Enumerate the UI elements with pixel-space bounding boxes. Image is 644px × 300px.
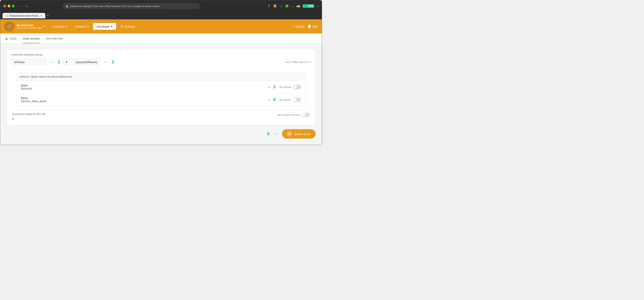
sudo-tab-label: Sudo bbox=[10, 37, 16, 40]
field2-value-content: transfer_allow_death bbox=[21, 100, 46, 103]
see-link[interactable]: See [`Pallet::pause`]. ▾ bbox=[285, 61, 311, 64]
back-button[interactable]: ‹ bbox=[19, 4, 20, 8]
tab-close-icon[interactable]: × bbox=[40, 14, 42, 17]
nav-menu: Accounts ▾ Network ▾ Developer ▾ ⚙ Setti… bbox=[49, 23, 292, 30]
submit-section: submit the following change txPause ← 1 … bbox=[7, 49, 315, 70]
num1-label: 1 bbox=[58, 59, 60, 65]
accounts-chevron-icon: ▾ bbox=[66, 25, 68, 28]
collapse-icon[interactable]: ⌄ bbox=[318, 14, 320, 17]
tab-bar: ⬡ Polkadot/Substrate Portal × + ⌄ bbox=[0, 12, 322, 19]
tab-sudo-access[interactable]: Sudo access bbox=[23, 33, 40, 43]
nav-settings[interactable]: ⚙ Settings bbox=[117, 23, 138, 30]
chain-name: My Appchain bbox=[16, 24, 42, 27]
warning-icon: ⚠ bbox=[280, 4, 282, 8]
weight-override-label: with weight override bbox=[277, 113, 300, 116]
nested-params-wrapper: fullName: (Bytes, Bytes) (RuntimeCallNam… bbox=[7, 73, 315, 125]
nested-section: fullName: (Bytes, Bytes) (RuntimeCallNam… bbox=[16, 73, 306, 106]
submit-btn-label: Submit Sudo bbox=[294, 132, 311, 136]
app-header: 🔗 My Appchain frontier-template/600 #340… bbox=[0, 19, 322, 33]
wallet-icon[interactable]: 💳 bbox=[296, 4, 300, 8]
weight-section: unchecked weight for this call 0 with we… bbox=[11, 109, 311, 121]
github-icon: ⑂ bbox=[292, 25, 294, 28]
reload-button[interactable]: ↻ bbox=[25, 4, 28, 8]
wiki-link[interactable]: 📄 Wiki bbox=[308, 25, 318, 28]
field2-row: Bytes transfer_allow_death ← 4 file uplo… bbox=[16, 93, 306, 106]
tab-favicon: ⬡ bbox=[6, 14, 8, 17]
file-upload2-area: file upload bbox=[280, 97, 301, 102]
github-label: GitHub bbox=[295, 25, 304, 28]
field1-value-text: Balances bbox=[21, 87, 32, 90]
field2-info: Bytes transfer_allow_death bbox=[21, 97, 267, 103]
file-upload1-label: file upload bbox=[280, 86, 291, 89]
field1-row: Bytes Balances ← 3 file upload bbox=[16, 81, 306, 93]
field1-value[interactable]: Balances bbox=[21, 87, 267, 90]
pallet-value: txPause bbox=[14, 60, 25, 64]
network-chevron-icon: ▾ bbox=[87, 25, 89, 28]
menu-icon[interactable]: ≡ bbox=[316, 4, 319, 8]
chain-dropdown-icon[interactable]: ▾ bbox=[43, 25, 44, 28]
page-content: 🔒 Sudo Sudo access Set sudo key submit t… bbox=[0, 33, 322, 145]
tab-title: Polkadot/Substrate Portal bbox=[9, 14, 38, 17]
fullname-label: fullName: (Bytes, Bytes) (RuntimeCallNam… bbox=[19, 75, 72, 78]
minimize-button[interactable] bbox=[8, 5, 10, 8]
share-icon[interactable]: ⬆ bbox=[268, 4, 270, 8]
active-tab[interactable]: ⬡ Polkadot/Substrate Portal × bbox=[2, 13, 45, 18]
set-sudo-key-tab-label: Set sudo key bbox=[46, 37, 63, 40]
address-bar[interactable]: 🔒 polkadot.js.org/apps/?rpc=wss://fraa-f… bbox=[63, 3, 200, 9]
developer-label: Developer bbox=[96, 25, 110, 28]
arrow4-icon: ← bbox=[267, 97, 272, 102]
weight-value: 0 bbox=[12, 117, 45, 120]
github-link[interactable]: ⑂ GitHub bbox=[292, 25, 304, 28]
file-upload2-label: file upload bbox=[280, 98, 291, 101]
pallet-dropdown-chevron[interactable]: ▾ bbox=[63, 58, 70, 65]
nested-header: fullName: (Bytes, Bytes) (RuntimeCallNam… bbox=[16, 73, 306, 81]
footer-row: 5 → ➤ Submit Sudo bbox=[6, 125, 316, 139]
arrow3-icon: ← bbox=[267, 84, 272, 90]
maximize-button[interactable] bbox=[12, 5, 15, 8]
submit-icon: ➤ bbox=[287, 131, 292, 137]
file-upload2-toggle[interactable] bbox=[293, 97, 301, 102]
developer-chevron-icon: ▾ bbox=[111, 25, 112, 28]
extensions-icon[interactable]: 🧩 bbox=[285, 4, 289, 8]
see-link-chevron-icon: ▾ bbox=[309, 61, 311, 64]
accounts-label: Accounts bbox=[53, 25, 65, 28]
arrow5-icon: → bbox=[273, 131, 277, 137]
sudo-access-tab-label: Sudo access bbox=[23, 37, 40, 40]
page-tabs: 🔒 Sudo Sudo access Set sudo key bbox=[0, 33, 322, 44]
tab-sudo[interactable]: 🔒 Sudo bbox=[5, 33, 16, 43]
new-tab-button[interactable]: + bbox=[47, 14, 49, 18]
sidebar-icon[interactable]: ▭ bbox=[291, 4, 294, 8]
nav-accounts[interactable]: Accounts ▾ bbox=[49, 23, 71, 30]
nav-right: ⑂ GitHub 📄 Wiki bbox=[292, 25, 318, 28]
network-label: Network bbox=[75, 25, 86, 28]
settings-label: Settings bbox=[124, 25, 135, 28]
function-selector[interactable]: pause(fullName) bbox=[73, 59, 100, 65]
settings-gear-icon: ⚙ bbox=[120, 25, 123, 28]
submit-label: submit the following change bbox=[11, 53, 311, 56]
close-button[interactable] bbox=[3, 5, 6, 8]
num4-label: 4 bbox=[273, 97, 275, 102]
app-logo: 🔗 bbox=[4, 21, 14, 32]
nav-network[interactable]: Network ▾ bbox=[72, 23, 92, 30]
lock-icon: 🔒 bbox=[5, 37, 8, 40]
wiki-label: Wiki bbox=[312, 25, 318, 28]
submit-sudo-button[interactable]: ➤ Submit Sudo bbox=[282, 129, 316, 138]
file-upload1-toggle[interactable] bbox=[293, 85, 301, 89]
brave-icon: 🦁 bbox=[273, 4, 277, 8]
forward-button[interactable]: › bbox=[22, 4, 23, 8]
arrow2-icon: ← bbox=[104, 59, 108, 65]
function-value: pause(fullName) bbox=[76, 60, 98, 64]
field2-type: Bytes bbox=[21, 97, 267, 100]
nav-developer[interactable]: Developer ▾ bbox=[93, 23, 116, 30]
file-upload1-area: file upload bbox=[280, 85, 301, 89]
num2-label: 2 bbox=[112, 59, 114, 65]
field1-type: Bytes bbox=[21, 84, 267, 87]
pallet-selector[interactable]: txPause bbox=[11, 59, 46, 65]
browser-nav: ‹ › ↻ bbox=[19, 4, 28, 8]
field2-value-text[interactable]: transfer_allow_death bbox=[21, 100, 267, 103]
weight-override-toggle[interactable] bbox=[302, 113, 310, 117]
weight-info: unchecked weight for this call 0 bbox=[12, 113, 45, 120]
see-link-text: See [`Pallet::pause`]. bbox=[285, 61, 308, 64]
chain-info: My Appchain frontier-template/600 #340 bbox=[16, 24, 42, 29]
tab-set-sudo-key[interactable]: Set sudo key bbox=[46, 33, 63, 43]
